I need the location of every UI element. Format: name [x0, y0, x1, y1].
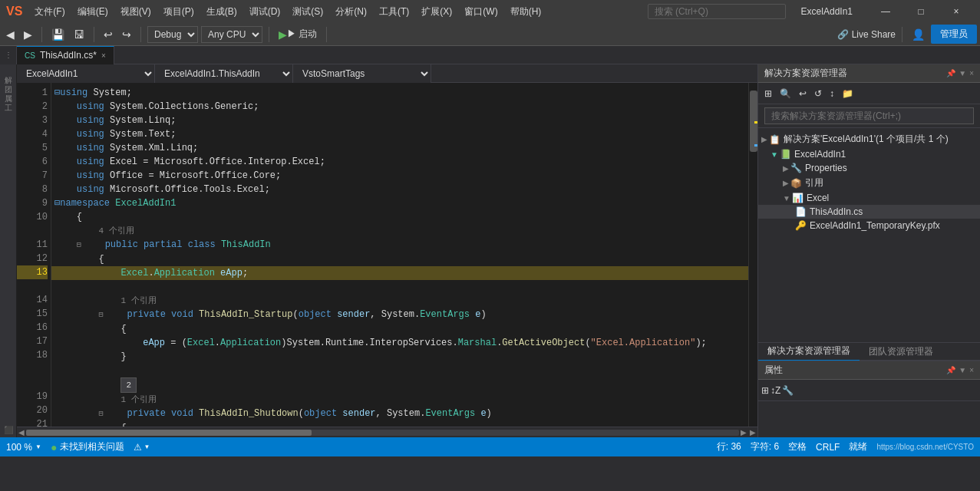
code-editor[interactable]: ⊟using System; using System.Collections.…	[51, 83, 748, 427]
tree-properties[interactable]: ▶ 🔧 Properties	[758, 161, 980, 175]
properties-label: Properties	[805, 163, 847, 173]
props-toolbar-sort[interactable]: ↕Z	[770, 385, 780, 396]
se-toolbar-btn-3[interactable]: ↩	[796, 87, 810, 101]
menu-test[interactable]: 测试(S)	[286, 2, 329, 21]
line-ending-indicator[interactable]: CRLF	[816, 442, 840, 453]
references-icon: 📦	[790, 178, 802, 189]
warning-icon: ⚠	[134, 442, 142, 453]
save-button[interactable]: 💾	[48, 27, 68, 42]
activity-team-explorer[interactable]: 团	[2, 77, 15, 83]
menu-help[interactable]: 帮助(H)	[504, 2, 548, 21]
toolbar-separator-3	[140, 27, 141, 42]
tab-thisaddin[interactable]: CS ThisAddIn.cs* ×	[17, 46, 114, 64]
se-toolbar-btn-1[interactable]: ⊞	[761, 87, 775, 101]
properties-icon: 🔧	[790, 163, 802, 173]
toolbar-separator-4	[269, 27, 269, 42]
debug-mode-dropdown[interactable]: Debug	[147, 26, 198, 43]
menu-window[interactable]: 窗口(W)	[458, 2, 503, 21]
tab-solution-explorer[interactable]: 解决方案资源管理器	[758, 342, 860, 361]
tree-tempkey[interactable]: 🔑 ExcelAddIn1_TemporaryKey.pfx	[758, 219, 980, 232]
excel-icon: 📊	[792, 193, 803, 203]
solution-tree: ▶ 📋 解决方案'ExcelAddIn1'(1 个项目/共 1 个) ▼ 📗 E…	[758, 128, 980, 342]
start-button[interactable]: ▶ ▶ 启动	[276, 26, 320, 42]
se-dropdown-button[interactable]: ▼	[959, 69, 966, 77]
activity-bar: 解 团 属 工 ⬛	[0, 64, 17, 437]
maximize-button[interactable]: □	[903, 0, 939, 23]
references-arrow: ▶	[783, 179, 789, 187]
back-button[interactable]: ◀	[3, 27, 18, 42]
vertical-scrollbar-track[interactable]	[748, 83, 757, 427]
props-pin-button[interactable]: 📌	[946, 366, 955, 374]
minimize-button[interactable]: —	[868, 0, 903, 23]
menu-view[interactable]: 视图(V)	[114, 2, 157, 21]
live-share-button[interactable]: 🔗 Live Share	[837, 29, 896, 40]
se-pin-button[interactable]: 📌	[946, 69, 955, 77]
h-scrollbar-track[interactable]	[26, 430, 739, 436]
project-label: ExcelAddIn1	[794, 149, 846, 160]
properties-panel: 属性 📌 ▼ × ⊞ ↕Z 🔧	[758, 361, 980, 437]
activity-props[interactable]: 属	[2, 86, 15, 92]
menu-file[interactable]: 文件(F)	[28, 2, 71, 21]
tab-team-explorer[interactable]: 团队资源管理器	[860, 342, 942, 361]
activity-toolbox[interactable]: 工	[2, 95, 15, 101]
tempkey-icon: 🔑	[795, 220, 807, 231]
save-all-button[interactable]: 🖫	[71, 27, 87, 42]
props-toolbar-wrench[interactable]: 🔧	[782, 385, 794, 396]
tab-close-icon[interactable]: ×	[101, 51, 106, 60]
status-circle-icon: ●	[51, 441, 57, 453]
se-toolbar-btn-4[interactable]: ↺	[811, 87, 825, 101]
platform-dropdown[interactable]: Any CPU	[201, 26, 262, 43]
undo-button[interactable]: ↩	[101, 27, 116, 42]
references-label: 引用	[805, 176, 823, 189]
close-button[interactable]: ×	[939, 0, 974, 23]
tree-references[interactable]: ▶ 📦 引用	[758, 175, 980, 191]
window-title: ExcelAddIn1	[786, 6, 868, 17]
scroll-left-button[interactable]: ◀	[18, 428, 25, 437]
properties-arrow: ▶	[783, 164, 789, 173]
zoom-indicator[interactable]: 100 % ▼	[6, 442, 41, 453]
project-arrow: ▼	[770, 150, 778, 159]
menu-build[interactable]: 生成(B)	[200, 2, 243, 21]
menu-project[interactable]: 项目(P)	[157, 2, 200, 21]
horizontal-scrollbar[interactable]: ◀ ▶ ▶	[17, 427, 757, 437]
manage-button[interactable]: 管理员	[931, 25, 977, 44]
activity-output[interactable]: ⬛	[2, 422, 14, 437]
activity-solution-explorer[interactable]: 解	[2, 68, 15, 74]
status-text: 未找到相关问题	[60, 440, 124, 453]
h-scrollbar-thumb[interactable]	[26, 430, 312, 436]
menu-edit[interactable]: 编辑(E)	[71, 2, 114, 21]
props-dropdown-button[interactable]: ▼	[959, 366, 966, 374]
tree-project[interactable]: ▼ 📗 ExcelAddIn1	[758, 147, 980, 161]
forward-button[interactable]: ▶	[21, 27, 35, 42]
right-panel: 解决方案资源管理器 📌 ▼ × ⊞ 🔍 ↩ ↺ ↕ 📁 ▶ 📋 解决方案	[757, 64, 980, 437]
se-close-button[interactable]: ×	[969, 69, 974, 77]
member-dropdown[interactable]: VstoSmartTags	[293, 64, 431, 83]
profile-button[interactable]: 👤	[909, 27, 928, 42]
panel-tabs: 解决方案资源管理器 团队资源管理器	[758, 342, 980, 361]
menu-analyze[interactable]: 分析(N)	[329, 2, 373, 21]
menu-tools[interactable]: 工具(T)	[373, 2, 415, 21]
se-toolbar-btn-5[interactable]: ↕	[827, 87, 837, 101]
solution-search-input[interactable]	[764, 107, 974, 124]
thisaddin-icon: 📄	[795, 206, 807, 217]
scroll-right-button[interactable]: ▶	[741, 428, 747, 437]
menu-extensions[interactable]: 扩展(X)	[415, 2, 458, 21]
se-toolbar-btn-6[interactable]: 📁	[839, 87, 856, 101]
tree-thisaddin[interactable]: 📄 ThisAddIn.cs	[758, 205, 980, 219]
props-close-button[interactable]: ×	[969, 366, 974, 374]
props-toolbar-grid[interactable]: ⊞	[761, 385, 769, 396]
scroll-end-button[interactable]: ▶	[750, 428, 756, 437]
se-toolbar-btn-2[interactable]: 🔍	[777, 87, 794, 101]
class-dropdown[interactable]: ExcelAddIn1.ThisAddIn	[155, 64, 293, 83]
redo-button[interactable]: ↪	[119, 27, 134, 42]
tree-solution[interactable]: ▶ 📋 解决方案'ExcelAddIn1'(1 个项目/共 1 个)	[758, 131, 980, 147]
zoom-dropdown-icon[interactable]: ▼	[35, 443, 41, 450]
window-controls: — □ ×	[868, 0, 974, 23]
menu-debug[interactable]: 调试(D)	[243, 2, 287, 21]
title-bar: VS 文件(F) 编辑(E) 视图(V) 项目(P) 生成(B) 调试(D) 测…	[0, 0, 980, 23]
tree-excel[interactable]: ▼ 📊 Excel	[758, 191, 980, 205]
global-search-input[interactable]	[648, 4, 786, 19]
warning-dropdown-icon: ▼	[144, 443, 150, 450]
namespace-dropdown[interactable]: ExcelAddIn1	[17, 64, 155, 83]
toolbar-separator-1	[41, 27, 42, 42]
